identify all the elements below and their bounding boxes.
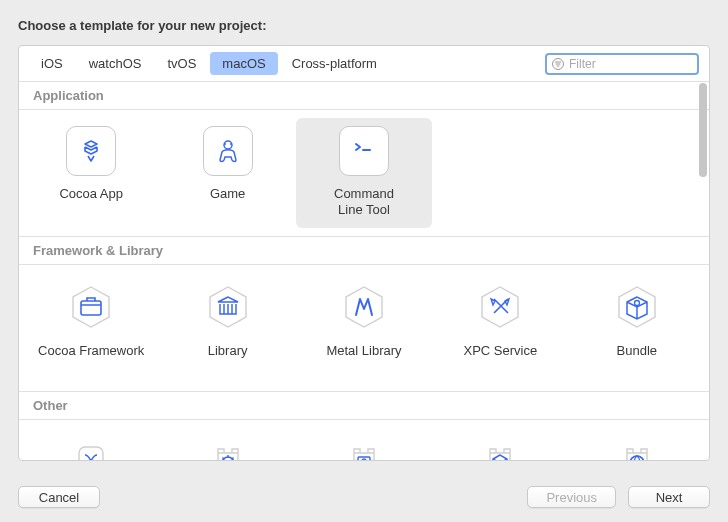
metal-library-icon xyxy=(338,281,390,333)
template-applescript-app[interactable]: AppleScript App xyxy=(23,428,159,461)
template-contacts-action[interactable]: Contacts Action xyxy=(296,428,432,461)
svg-rect-6 xyxy=(79,447,103,461)
contacts-action-icon xyxy=(339,436,389,461)
template-label: Metal Library xyxy=(326,343,401,359)
svg-rect-4 xyxy=(81,301,101,315)
template-image-unit[interactable]: Image Unit xyxy=(569,428,705,461)
template-label: Game xyxy=(210,186,245,202)
svg-point-5 xyxy=(634,301,639,306)
next-button[interactable]: Next xyxy=(628,486,710,508)
filter-wrap xyxy=(545,53,699,75)
template-automator-action[interactable]: Automator Action xyxy=(159,428,295,461)
footer: Cancel Previous Next xyxy=(18,486,710,508)
previous-button: Previous xyxy=(527,486,616,508)
platform-tabs: iOS watchOS tvOS macOS Cross-platform xyxy=(19,46,709,82)
section-header-framework: Framework & Library xyxy=(19,236,709,265)
applescript-app-icon xyxy=(66,436,116,461)
xpc-service-icon xyxy=(474,281,526,333)
template-cocoa-framework[interactable]: Cocoa Framework xyxy=(23,273,159,383)
template-game[interactable]: Game xyxy=(159,118,295,228)
template-generic-kernel[interactable]: Generic Kernel xyxy=(432,428,568,461)
svg-point-9 xyxy=(362,459,366,461)
template-label: Library xyxy=(208,343,248,359)
filter-input[interactable] xyxy=(545,53,699,75)
tab-watchos[interactable]: watchOS xyxy=(77,52,154,75)
template-bundle[interactable]: Bundle xyxy=(569,273,705,383)
template-cocoa-app[interactable]: Cocoa App xyxy=(23,118,159,228)
command-line-tool-icon xyxy=(339,126,389,176)
cocoa-app-icon xyxy=(66,126,116,176)
template-scroll[interactable]: Application Cocoa App Game Command Line … xyxy=(19,82,709,461)
template-label: XPC Service xyxy=(464,343,538,359)
tab-macos[interactable]: macOS xyxy=(210,52,277,75)
template-xpc-service[interactable]: XPC Service xyxy=(432,273,568,383)
tab-crossplatform[interactable]: Cross-platform xyxy=(280,52,389,75)
svg-point-3 xyxy=(230,143,232,145)
automator-action-icon xyxy=(203,436,253,461)
section-header-application: Application xyxy=(19,82,709,110)
bundle-icon xyxy=(611,281,663,333)
generic-kernel-icon xyxy=(475,436,525,461)
tab-ios[interactable]: iOS xyxy=(29,52,75,75)
page-title: Choose a template for your new project: xyxy=(18,18,710,33)
image-unit-icon xyxy=(612,436,662,461)
template-label: Command Line Tool xyxy=(334,186,394,219)
library-icon xyxy=(202,281,254,333)
template-label: Bundle xyxy=(617,343,657,359)
tab-tvos[interactable]: tvOS xyxy=(155,52,208,75)
scrollbar[interactable] xyxy=(699,83,707,177)
filter-icon xyxy=(551,57,565,71)
game-icon xyxy=(203,126,253,176)
template-library[interactable]: Library xyxy=(159,273,295,383)
section-header-other: Other xyxy=(19,391,709,420)
template-panel: iOS watchOS tvOS macOS Cross-platform Ap… xyxy=(18,45,710,461)
cocoa-framework-icon xyxy=(65,281,117,333)
svg-point-1 xyxy=(224,141,232,149)
template-command-line-tool[interactable]: Command Line Tool xyxy=(296,118,432,228)
svg-point-2 xyxy=(224,143,226,145)
template-metal-library[interactable]: Metal Library xyxy=(296,273,432,383)
template-label: Cocoa Framework xyxy=(38,343,144,359)
template-label: Cocoa App xyxy=(59,186,123,202)
cancel-button[interactable]: Cancel xyxy=(18,486,100,508)
